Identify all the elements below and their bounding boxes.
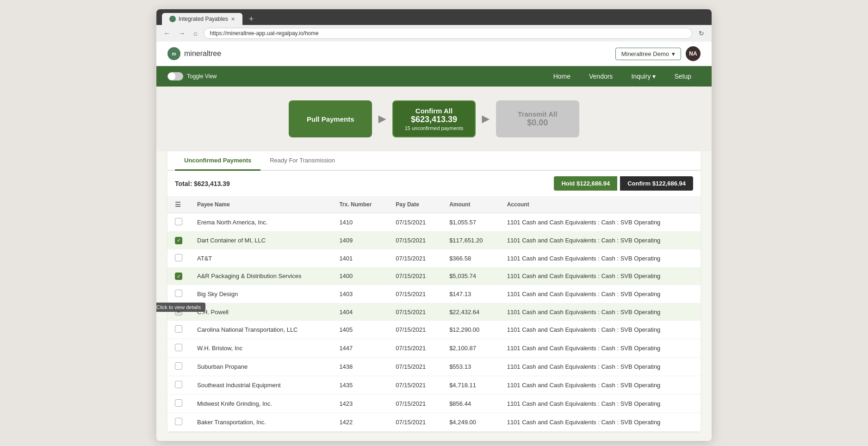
row-checkbox[interactable] xyxy=(175,399,182,407)
workflow-area: Pull Payments ► Confirm All $623,413.39 … xyxy=(156,87,712,151)
table-row: ✓Dart Container of MI, LLC140907/15/2021… xyxy=(167,232,701,249)
table-header: ☰ Payee Name Trx. Number Pay Date Amount… xyxy=(167,196,701,213)
col-amount: Amount xyxy=(442,196,500,213)
confirm-button[interactable]: Confirm $122,686.94 xyxy=(620,176,693,191)
tooltip-wrapper: Click to view details xyxy=(175,290,182,298)
trx-cell: 1405 xyxy=(332,321,388,339)
nav-back-button[interactable]: ← xyxy=(162,29,172,38)
browser-chrome: Integrated Payables ✕ + xyxy=(156,9,712,25)
row-checkbox[interactable]: ✓ xyxy=(175,273,182,280)
payee-cell: W.H. Bristow, Inc xyxy=(190,339,332,358)
toggle-view-switch[interactable] xyxy=(167,72,183,81)
payee-cell: Dart Container of MI, LLC xyxy=(190,232,332,249)
trx-cell: 1410 xyxy=(332,213,388,232)
pull-payments-button[interactable]: Pull Payments xyxy=(289,100,372,137)
select-all-icon[interactable]: ☰ xyxy=(175,201,181,208)
workflow-step-confirm: Confirm All $623,413.39 15 unconfirmed p… xyxy=(392,100,476,137)
checkbox-cell xyxy=(167,339,190,358)
action-buttons: Hold $122,686.94 Confirm $122,686.94 xyxy=(554,176,693,191)
table-row: Erema North America, Inc.141007/15/2021$… xyxy=(167,213,701,232)
browser-window: Integrated Payables ✕ + ← → ⌂ ↻ m minera… xyxy=(156,9,712,441)
date-cell: 07/15/2021 xyxy=(388,339,442,358)
col-trx-number: Trx. Number xyxy=(332,196,388,213)
table-controls: Total: $623,413.39 Hold $122,686.94 Conf… xyxy=(167,171,701,196)
nav-refresh-button[interactable]: ↻ xyxy=(697,29,706,38)
amount-cell: $5,035.74 xyxy=(442,267,500,285)
amount-cell: $4,718.11 xyxy=(442,376,500,395)
row-checkbox[interactable] xyxy=(175,325,182,333)
trx-cell: 1404 xyxy=(332,304,388,321)
amount-cell: $4,249.00 xyxy=(442,413,500,432)
amount-cell: $2,100.87 xyxy=(442,339,500,358)
checkbox-cell xyxy=(167,395,190,413)
table-row: −C.H. Powell140407/15/2021$22,432.641101… xyxy=(167,304,701,321)
confirm-all-amount: $623,413.39 xyxy=(411,115,457,124)
hold-button[interactable]: Hold $122,686.94 xyxy=(554,176,617,191)
payee-cell: Southeast Industrial Equipment xyxy=(190,376,332,395)
row-checkbox[interactable] xyxy=(175,290,182,297)
header-checkbox-cell: ☰ xyxy=(167,196,190,213)
nav-item-setup[interactable]: Setup xyxy=(665,66,701,87)
checkbox-cell xyxy=(167,213,190,232)
row-checkbox[interactable] xyxy=(175,344,182,351)
account-cell: 1101 Cash and Cash Equivalents : Cash : … xyxy=(500,267,701,285)
trx-cell: 1423 xyxy=(332,395,388,413)
row-checkbox[interactable] xyxy=(175,254,182,261)
nav-item-home[interactable]: Home xyxy=(544,66,580,87)
user-avatar[interactable]: NA xyxy=(686,46,701,61)
user-area: Mineraltree Demo ▾ NA xyxy=(615,46,701,61)
tab-title: Integrated Payables xyxy=(179,16,228,22)
payee-cell: Big Sky Design xyxy=(190,285,332,304)
nav-forward-button[interactable]: → xyxy=(177,29,187,38)
account-cell: 1101 Cash and Cash Equivalents : Cash : … xyxy=(500,413,701,432)
tab-ready-for-transmission[interactable]: Ready For Transmission xyxy=(260,151,344,171)
col-payee-name: Payee Name xyxy=(190,196,332,213)
amount-cell: $117,651.20 xyxy=(442,232,500,249)
confirm-all-sub: 15 unconfirmed payments xyxy=(405,125,464,131)
nav-item-inquiry[interactable]: Inquiry ▾ xyxy=(622,66,665,87)
row-checkbox[interactable] xyxy=(175,381,182,388)
trx-cell: 1447 xyxy=(332,339,388,358)
row-checkbox[interactable] xyxy=(175,418,182,425)
account-cell: 1101 Cash and Cash Equivalents : Cash : … xyxy=(500,285,701,304)
table-row: ✓A&R Packaging & Distribution Services14… xyxy=(167,267,701,285)
tooltip: Click to view details xyxy=(156,303,205,312)
checkbox-cell xyxy=(167,376,190,395)
checkbox-cell xyxy=(167,358,190,376)
row-checkbox[interactable] xyxy=(175,362,182,370)
address-bar-input[interactable] xyxy=(204,28,692,39)
row-checkbox[interactable]: ✓ xyxy=(175,237,182,244)
nav-item-vendors[interactable]: Vendors xyxy=(580,66,622,87)
chevron-down-icon: ▾ xyxy=(672,50,675,57)
amount-cell: $12,290.00 xyxy=(442,321,500,339)
row-checkbox[interactable] xyxy=(175,218,182,225)
workflow-step-pull: Pull Payments xyxy=(289,100,372,137)
account-cell: 1101 Cash and Cash Equivalents : Cash : … xyxy=(500,321,701,339)
transmit-all-button[interactable]: Transmit All $0.00 xyxy=(496,100,579,137)
payee-cell: Suburban Propane xyxy=(190,358,332,376)
confirm-all-button[interactable]: Confirm All $623,413.39 15 unconfirmed p… xyxy=(392,100,476,137)
date-cell: 07/15/2021 xyxy=(388,213,442,232)
browser-tab[interactable]: Integrated Payables ✕ xyxy=(162,13,242,25)
new-tab-button[interactable]: + xyxy=(246,14,257,24)
payee-cell: Carolina National Transportation, LLC xyxy=(190,321,332,339)
account-cell: 1101 Cash and Cash Equivalents : Cash : … xyxy=(500,232,701,249)
date-cell: 07/15/2021 xyxy=(388,321,442,339)
checkbox-cell xyxy=(167,321,190,339)
user-dropdown-button[interactable]: Mineraltree Demo ▾ xyxy=(615,48,681,60)
tab-close-button[interactable]: ✕ xyxy=(231,16,235,22)
table-row: Suburban Propane143807/15/2021$553.13110… xyxy=(167,358,701,376)
nav-home-button[interactable]: ⌂ xyxy=(192,29,199,38)
account-cell: 1101 Cash and Cash Equivalents : Cash : … xyxy=(500,304,701,321)
payee-cell: A&R Packaging & Distribution Services xyxy=(190,267,332,285)
amount-cell: $856.44 xyxy=(442,395,500,413)
table-body: Erema North America, Inc.141007/15/2021$… xyxy=(167,213,701,432)
payee-cell: Baker Transportation, Inc. xyxy=(190,413,332,432)
table-row: Midwest Knife Grinding, Inc.142307/15/20… xyxy=(167,395,701,413)
trx-cell: 1403 xyxy=(332,285,388,304)
col-account: Account xyxy=(500,196,701,213)
date-cell: 07/15/2021 xyxy=(388,395,442,413)
tab-unconfirmed-payments[interactable]: Unconfirmed Payments xyxy=(175,151,260,171)
table-row: Carolina National Transportation, LLC140… xyxy=(167,321,701,339)
trx-cell: 1409 xyxy=(332,232,388,249)
